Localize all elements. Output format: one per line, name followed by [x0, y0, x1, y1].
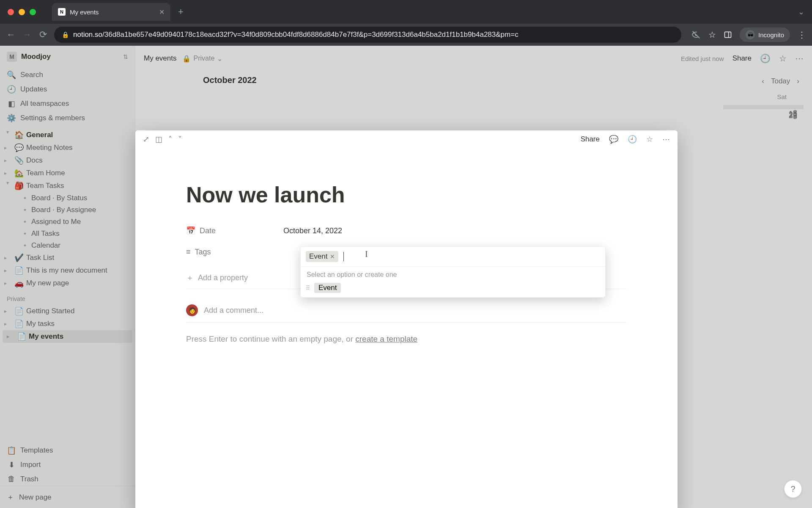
modal-body: Now we launch 📅 Date October 14, 2022 ≡ … — [135, 148, 678, 344]
selected-tag-chip: Event ✕ — [306, 251, 338, 262]
text-cursor-icon: I — [365, 249, 368, 259]
tab-title: My events — [70, 8, 155, 16]
svg-rect-0 — [725, 32, 731, 37]
modal-share-button[interactable]: Share — [581, 135, 600, 144]
close-window-button[interactable] — [8, 9, 14, 15]
star-icon[interactable]: ☆ — [708, 30, 716, 40]
tags-select-popover: Event ✕ I Select an option or create one… — [300, 246, 606, 298]
user-avatar: 🧑 — [186, 304, 198, 316]
empty-page-hint: Press Enter to continue with an empty pa… — [186, 323, 627, 344]
maximize-window-button[interactable] — [30, 9, 36, 15]
create-template-link[interactable]: create a template — [355, 334, 417, 343]
minimize-window-button[interactable] — [19, 9, 25, 15]
url-text: notion.so/36d8a1be657e49d0940178c18eacd3… — [73, 30, 518, 39]
modal-topbar: ⤢ ◫ ˄ ˅ Share 💬 🕘 ☆ ⋯ — [135, 130, 678, 148]
list-icon: ≡ — [186, 248, 191, 257]
help-button[interactable]: ? — [784, 480, 802, 498]
page-title[interactable]: Now we launch — [186, 182, 627, 207]
browser-tab-strip: N My events ✕ + ⌄ — [0, 0, 812, 24]
reload-button[interactable]: ⟳ — [38, 29, 48, 40]
window-traffic-lights — [0, 9, 44, 15]
property-label: Date — [200, 226, 216, 235]
address-bar[interactable]: 🔒 notion.so/36d8a1be657e49d0940178c18eac… — [54, 27, 681, 43]
updates-icon[interactable]: 🕘 — [628, 135, 637, 144]
tags-input-row[interactable]: Event ✕ I — [301, 247, 605, 267]
plus-icon: ＋ — [186, 273, 194, 283]
tag-helper-text: Select an option or create one — [301, 267, 605, 279]
star-icon[interactable]: ☆ — [646, 135, 653, 144]
peek-icon[interactable]: ◫ — [155, 135, 162, 144]
property-value-date[interactable]: October 14, 2022 — [283, 226, 342, 235]
notion-favicon-icon: N — [58, 8, 66, 16]
close-tab-icon[interactable]: ✕ — [159, 8, 165, 16]
tag-option-event[interactable]: ⠿ Event — [301, 279, 605, 297]
comments-icon[interactable]: 💬 — [609, 135, 618, 144]
comment-composer[interactable]: 🧑 Add a comment... — [186, 298, 627, 323]
remove-tag-icon[interactable]: ✕ — [330, 253, 335, 260]
browser-toolbar: ← → ⟳ 🔒 notion.so/36d8a1be657e49d0940178… — [0, 24, 812, 46]
next-page-icon[interactable]: ˅ — [178, 135, 182, 144]
prev-page-icon[interactable]: ˄ — [168, 135, 172, 144]
back-button[interactable]: ← — [6, 29, 16, 40]
new-tab-button[interactable]: + — [170, 6, 191, 17]
page-modal: ⤢ ◫ ˄ ˅ Share 💬 🕘 ☆ ⋯ Now we launch 📅 Da… — [135, 130, 678, 508]
notion-app: M Moodjoy ⇅ 🔍 Search 🕘 Updates ◧ All tea… — [0, 46, 812, 508]
more-icon[interactable]: ⋯ — [662, 135, 670, 144]
eye-off-icon[interactable] — [691, 30, 701, 39]
panel-icon[interactable] — [724, 30, 732, 39]
tag-option-chip: Event — [314, 283, 341, 293]
expand-icon[interactable]: ⤢ — [143, 135, 149, 144]
drag-handle-icon[interactable]: ⠿ — [306, 284, 309, 291]
chevron-down-icon[interactable]: ⌄ — [798, 7, 812, 17]
incognito-icon: 🕶 — [746, 30, 755, 39]
calendar-icon: 📅 — [186, 226, 195, 235]
property-row-date[interactable]: 📅 Date October 14, 2022 — [186, 220, 627, 241]
comment-input-placeholder[interactable]: Add a comment... — [204, 306, 263, 315]
browser-tab[interactable]: N My events ✕ — [52, 3, 170, 21]
tag-text-input[interactable] — [343, 252, 347, 261]
forward-button[interactable]: → — [22, 29, 32, 40]
incognito-badge[interactable]: 🕶 Incognito — [740, 28, 790, 42]
lock-icon: 🔒 — [62, 31, 69, 38]
property-label: Tags — [195, 248, 211, 257]
tag-chip-label: Event — [309, 252, 327, 261]
kebab-menu-icon[interactable]: ⋮ — [798, 30, 806, 40]
